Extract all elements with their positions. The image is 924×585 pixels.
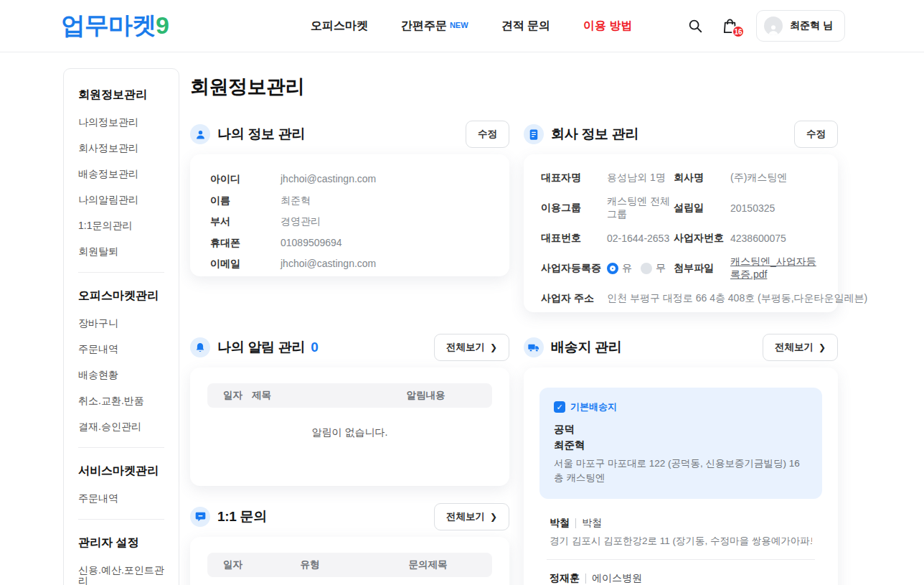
checkbox-checked-icon: ✓ [554,401,565,413]
radio-unselected-icon [641,263,652,274]
field-value: (주)캐스팅엔 [730,172,821,184]
field-value: 20150325 [730,202,821,214]
field-label: 사업자등록증 [541,262,607,275]
sidebar-item-cancel-exchange-return[interactable]: 취소.교환.반품 [78,396,164,406]
bell-icon [190,337,210,357]
inquiry-table-header: 일자 유형 문의제목 [207,553,492,577]
sidebar-divider [78,447,164,448]
sidebar-item-inquiry[interactable]: 1:1문의관리 [78,220,164,231]
shipping-address: 경기 김포시 김포한강2로 11 (장기동, 수정마을 쌍용예가아파트) 101… [550,535,812,548]
sidebar-divider [78,519,164,520]
my-info-title: 나의 정보 관리 [217,125,305,144]
notifications-count: 0 [311,340,319,355]
company-info-card: 대표자명 용성남외 1명 회사명 (주)캐스팅엔 이용그룹 캐스팅엔 전체그룹 … [524,154,838,312]
field-label: 사업자번호 [674,232,730,245]
user-menu[interactable]: 최준혁 님 [756,10,845,42]
truck-icon [524,337,544,357]
field-value: 4238600075 [730,233,821,244]
inquiry-row: 11-10 신규상품 의뢰 Re:URL 입력한 신규상품 요청건 입니다. [207,577,492,585]
avatar [764,17,783,35]
attachment-link[interactable]: 캐스팅엔_사업자등록증.pdf [730,256,821,281]
document-icon [524,124,544,144]
sidebar-section-office-market: 오피스마켓관리 [78,289,164,304]
shipping-name: 박철 [550,517,570,530]
nav-quote-inquiry[interactable]: 견적 문의 [501,19,550,34]
radio-yes[interactable]: 유 [607,262,632,275]
shipping-card: ✓ 기본배송지 공덕 최준혁 서울 마포구 마포대로 122 (공덕동, 신용보… [524,368,838,585]
divider [585,574,586,584]
sidebar-item-service-orders[interactable]: 주문내역 [78,493,164,504]
field-label: 이름 [210,195,280,207]
my-info-edit-button[interactable]: 수정 [466,121,509,148]
field-value: 캐스팅엔 전체그룹 [607,195,674,221]
notifications-card: 일자 제목 알림내용 알림이 없습니다. [190,368,509,486]
field-label: 설립일 [674,202,730,215]
field-value: 인천 부평구 대정로 66 4층 408호 (부평동,다운타운일레븐) [607,292,821,305]
field-label: 이용그룹 [541,202,607,215]
nav-office-market[interactable]: 오피스마켓 [311,19,368,34]
field-label: 휴대폰 [210,237,280,250]
field-value: 경영관리 [280,215,321,228]
shipping-item[interactable]: 박철 박철 경기 김포시 김포한강2로 11 (장기동, 수정마을 쌍용예가아파… [539,505,822,559]
sidebar-item-my-info[interactable]: 나의정보관리 [78,117,164,128]
field-label: 첨부파일 [674,262,730,275]
field-value: 02-1644-2653 [607,233,674,244]
sidebar-divider [78,272,164,273]
logo[interactable]: 업무마켓9 [61,9,169,42]
license-radio-group: 유 무 [607,262,674,275]
company-info-edit-button[interactable]: 수정 [794,121,838,148]
top-header: 업무마켓9 오피스마켓 간편주문NEW 견적 문의 이용 방법 16 최준혁 님 [0,0,924,52]
field-label: 아이디 [210,173,280,186]
shipping-title: 배송지 관리 [551,338,621,357]
sidebar-item-payment-approval[interactable]: 결재.승인관리 [78,421,164,432]
sidebar-item-withdraw[interactable]: 회원탈퇴 [78,246,164,257]
sidebar-item-shipping-info[interactable]: 배송정보관리 [78,169,164,179]
page-title: 회원정보관리 [190,74,838,100]
field-label: 회사명 [674,172,730,184]
my-info-card: 아이디jhchoi@castingn.com 이름최준혁 부서경영관리 휴대폰0… [190,154,509,276]
sidebar-item-cart[interactable]: 장바구니 [78,318,164,329]
sidebar-section-member: 회원정보관리 [78,88,164,103]
sidebar-section-admin: 관리자 설정 [78,535,164,551]
radio-no[interactable]: 무 [641,262,666,275]
field-value: jhchoi@castingn.com [280,258,376,271]
sidebar-item-alerts[interactable]: 나의알림관리 [78,195,164,205]
inquiry-card: 일자 유형 문의제목 11-10 신규상품 의뢰 Re:URL 입력한 신규상품… [190,537,509,585]
company-info-title: 회사 정보 관리 [551,125,638,144]
chevron-right-icon: ❯ [819,342,826,352]
main-nav: 오피스마켓 간편주문NEW 견적 문의 이용 방법 [311,19,633,34]
nav-how-to-use[interactable]: 이용 방법 [583,19,632,34]
field-value: 용성남외 1명 [607,172,674,184]
default-shipping-item[interactable]: ✓ 기본배송지 공덕 최준혁 서울 마포구 마포대로 122 (공덕동, 신용보… [539,388,822,499]
user-name: 최준혁 님 [790,19,833,32]
sidebar-item-company-info[interactable]: 회사정보관리 [78,143,164,154]
shipping-address: 서울 마포구 마포대로 122 (공덕동, 신용보증기금빌딩) 16층 캐스팅엔 [554,457,808,485]
divider [575,518,576,528]
inquiry-view-all-button[interactable]: 전체보기❯ [434,503,509,530]
shipping-item[interactable]: 정재훈 에이스병원 경기 안산시 단원구 화랑로 376 (고잔동) 에이스 병… [539,560,822,585]
shipping-org: 에이스병원 [592,572,642,585]
field-label: 이메일 [210,258,280,271]
nav-quick-order[interactable]: 간편주문NEW [401,19,468,34]
notifications-table-header: 일자 제목 알림내용 [207,383,492,408]
notifications-view-all-button[interactable]: 전체보기❯ [434,334,509,361]
sidebar-item-delivery-status[interactable]: 배송현황 [78,370,164,380]
radio-selected-icon [607,263,618,274]
chevron-right-icon: ❯ [490,512,497,522]
notifications-title: 나의 알림 관리 [217,338,305,357]
sidebar-section-service-market: 서비스마켓관리 [78,464,164,479]
shipping-name: 정재훈 [550,572,580,585]
sidebar-item-credit-budget-points[interactable]: 신용.예산.포인트관리 [78,565,164,585]
cart-count-badge: 16 [732,25,745,38]
sidebar-item-orders[interactable]: 주문내역 [78,344,164,355]
shipping-person: 최준혁 [554,439,808,452]
shipping-view-all-button[interactable]: 전체보기❯ [763,334,838,361]
cart-icon[interactable]: 16 [720,17,739,35]
sidebar: 회원정보관리 나의정보관리 회사정보관리 배송정보관리 나의알림관리 1:1문의… [63,68,179,585]
field-value: 최준혁 [280,195,311,207]
search-icon[interactable] [686,17,704,35]
field-label: 사업자 주소 [541,292,607,305]
person-icon [190,124,210,144]
new-badge: NEW [450,21,468,29]
inquiry-title: 1:1 문의 [217,507,267,526]
